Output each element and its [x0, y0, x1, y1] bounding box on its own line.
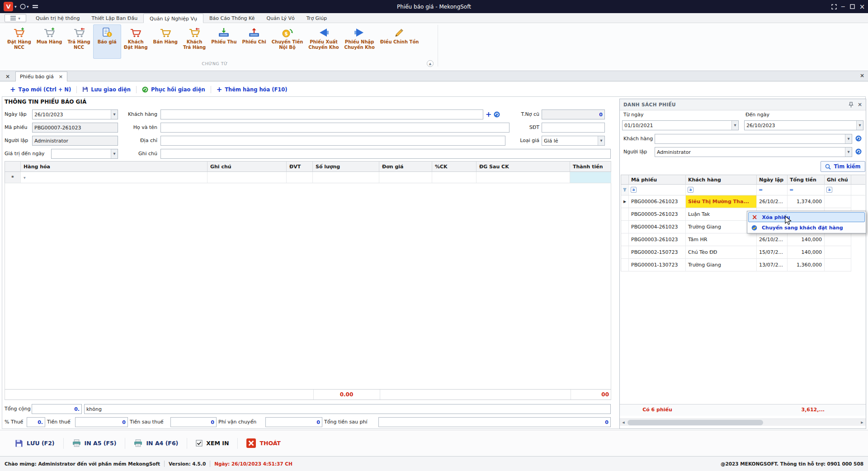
cell-ma-phieu[interactable]: PBG00001-130723 [629, 259, 686, 271]
filter-cell-ghi-chu[interactable]: a [825, 185, 851, 195]
cell-ma-phieu[interactable]: PBG00002-150723 [629, 246, 686, 259]
cell-ghi-chu[interactable] [825, 259, 851, 271]
ribbon-button-dieu-chinh-ton[interactable]: Điều Chỉnh Tồn [377, 24, 422, 59]
cell-ngay-lap[interactable]: 26/10/2... [757, 195, 788, 208]
tu-ngay-input[interactable]: 01/10/2021 ▼ [622, 120, 739, 130]
new-row-cell-don-gia[interactable] [379, 172, 432, 183]
panel-khach-hang-input[interactable]: ▼ [655, 134, 852, 144]
ribbon-button-phieu-xuat-kho[interactable]: Phiếu Xuất Chuyển Kho [306, 24, 341, 59]
new-row-cell-dvt[interactable] [287, 172, 313, 183]
ribbon-tab-tro-giup[interactable]: Trợ Giúp [301, 14, 333, 23]
cell-khach-hang[interactable]: Luận Tak [686, 208, 757, 221]
gia-tri-den-ngay-input[interactable]: ▼ [51, 149, 118, 159]
phi-van-chuyen-input[interactable]: 0 [265, 417, 322, 427]
print-preview-button[interactable]: XEM IN [187, 435, 237, 452]
maximize-button[interactable] [847, 0, 857, 13]
new-row-cell-ghi-chu[interactable] [208, 172, 287, 183]
panel-nguoi-lap-input[interactable]: Administrator ▼ [655, 147, 852, 157]
add-customer-icon[interactable]: + [486, 110, 491, 119]
ribbon-tab-nghiep-vu[interactable]: Quản Lý Nghiệp Vụ [143, 14, 203, 23]
panel-refresh-user-icon[interactable] [855, 148, 862, 156]
den-ngay-input[interactable]: 26/10/2023 ▼ [744, 120, 863, 130]
chevron-down-icon[interactable]: ▼ [845, 147, 852, 157]
ribbon-button-ban-hang[interactable]: Bán Hàng [151, 24, 180, 59]
cell-khach-hang[interactable]: Trường Giang [686, 259, 757, 271]
ribbon-button-chuyen-tien[interactable]: $ Chuyển Tiền Nội Bộ [269, 24, 306, 59]
cell-ma-phieu[interactable]: PBG00006-261023 [629, 195, 686, 208]
column-header-ck[interactable]: %CK [432, 161, 476, 172]
fullscreen-button[interactable] [829, 0, 839, 13]
scroll-left-icon[interactable]: ◀ [620, 419, 627, 426]
save-layout-button[interactable]: Lưu giao diện [77, 86, 136, 93]
new-row-cell-thanh-tien[interactable] [570, 172, 611, 183]
filter-cell-tong-tien[interactable]: = [788, 185, 825, 195]
customize-toolbar-icon[interactable] [33, 0, 38, 13]
restore-layout-button[interactable]: Phục hồi giao diện [137, 86, 211, 93]
column-header-so-luong[interactable]: Số lượng [313, 161, 379, 172]
panel-close-icon[interactable]: × [858, 101, 862, 108]
scrollbar-thumb[interactable] [627, 420, 763, 425]
tab-close-icon[interactable]: × [59, 74, 63, 80]
scroll-right-icon[interactable]: ▶ [859, 419, 866, 426]
new-row-cell-hang-hoa[interactable]: ▼ [21, 172, 208, 183]
cell-khach-hang[interactable]: Siêu Thị Mường Tha... [686, 195, 757, 208]
panel-horizontal-scrollbar[interactable]: ◀ ▶ [620, 419, 866, 426]
cell-ma-phieu[interactable]: PBG00003-261023 [629, 233, 686, 246]
ribbon-button-tra-hang-ncc[interactable]: Trả Hàng NCC [65, 24, 93, 59]
column-header-dg-sau-ck[interactable]: ĐG Sau CK [476, 161, 570, 172]
new-row-cell-ck[interactable] [432, 172, 476, 183]
column-header-thanh-tien[interactable]: Thành tiền [570, 161, 611, 172]
save-button[interactable]: LƯU (F2) [6, 435, 63, 452]
ribbon-tab-bao-cao[interactable]: Báo Cáo Thống Kê [203, 14, 260, 23]
chevron-down-icon[interactable]: ▼ [731, 121, 738, 130]
new-record-button[interactable]: + Tạo mới (Ctrl + N) [5, 86, 76, 93]
document-tab-phieu-bao-gia[interactable]: Phiếu báo giá × [15, 71, 67, 81]
app-menu-button[interactable]: ▼ [5, 14, 26, 22]
quick-access-circle-icon[interactable]: ▼ [20, 0, 29, 13]
ribbon-button-bao-gia[interactable]: Báo giá [93, 24, 121, 59]
tabbar-close-icon[interactable]: × [860, 72, 864, 79]
filter-cell-ma-phieu[interactable]: a [629, 185, 686, 195]
menu-item-xoa-phieu[interactable]: × Xóa phiếu [748, 212, 865, 222]
filter-cell-ngay-lap[interactable]: = [757, 185, 788, 195]
panel-column-ma-phieu[interactable]: Mã phiếu [629, 175, 686, 185]
ngay-lap-input[interactable]: 26/10/2023 ▼ [32, 109, 118, 119]
cell-khach-hang[interactable]: Chú Tèo ĐĐ [686, 246, 757, 259]
cell-tong-tien[interactable]: 140,000 [788, 246, 825, 259]
panel-refresh-customer-icon[interactable] [855, 135, 862, 143]
ribbon-button-phieu-chi[interactable]: Phiếu Chi [240, 24, 269, 59]
cell-ma-phieu[interactable]: PBG00004-261023 [629, 221, 686, 233]
panel-column-ghi-chu[interactable]: Ghi chú [825, 175, 851, 185]
add-item-button[interactable]: + Thêm hàng hóa (F10) [211, 86, 293, 93]
cell-ghi-chu[interactable] [825, 195, 851, 208]
cell-ngay-lap[interactable]: 15/07/2... [757, 246, 788, 259]
cell-khach-hang[interactable]: Tâm HR [686, 233, 757, 246]
print-a5-button[interactable]: IN A5 (F5) [64, 435, 125, 452]
exit-button[interactable]: THOÁT [238, 435, 289, 452]
loai-gia-select[interactable]: Giá lẻ ▼ [542, 136, 605, 146]
column-header-hang-hoa[interactable]: Hàng hóa [21, 161, 208, 172]
cell-ngay-lap[interactable]: 13/07/2... [757, 259, 788, 271]
ribbon-tab-thiet-lap[interactable]: Thiết Lập Ban Đầu [85, 14, 143, 23]
cell-tong-tien[interactable]: 1,360,000 [788, 259, 825, 271]
pin-icon[interactable] [849, 102, 854, 108]
new-row-cell-dg-sau-ck[interactable] [476, 172, 570, 183]
chevron-down-icon[interactable]: ▼ [845, 134, 852, 143]
thue-input[interactable]: 0. [27, 417, 45, 427]
cell-ghi-chu[interactable] [825, 233, 851, 246]
close-all-tabs-button[interactable]: × [3, 72, 13, 81]
ribbon-collapse-icon[interactable]: ▲ [427, 60, 434, 67]
cell-ma-phieu[interactable]: PBG00005-261023 [629, 208, 686, 221]
ribbon-button-mua-hang[interactable]: Mua Hàng [34, 24, 65, 59]
ribbon-button-phieu-thu[interactable]: Phiếu Thu [208, 24, 239, 59]
minimize-button[interactable]: − [838, 0, 848, 13]
cell-tong-tien[interactable]: 140,000 [788, 233, 825, 246]
cell-khach-hang[interactable]: Trường Giang [686, 221, 757, 233]
sdt-input[interactable] [542, 123, 605, 133]
panel-column-ngay-lap[interactable]: Ngày lập [757, 175, 788, 185]
chevron-down-icon[interactable]: ▼ [598, 136, 604, 145]
cell-ghi-chu[interactable] [825, 246, 851, 259]
panel-column-tong-tien[interactable]: Tổng tiền [788, 175, 825, 185]
ribbon-button-dat-hang-ncc[interactable]: Đặt Hàng NCC [5, 24, 34, 59]
close-button[interactable]: × [857, 0, 867, 13]
